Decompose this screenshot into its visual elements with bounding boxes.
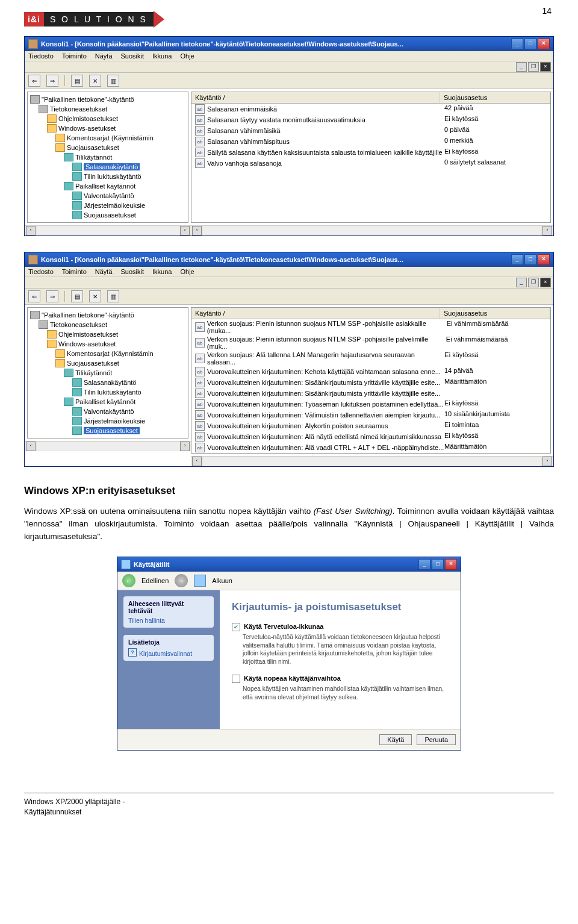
fast-switch-checkbox[interactable] (232, 675, 240, 683)
scroll-left-icon[interactable]: ‹ (192, 226, 202, 236)
tree-node[interactable]: Suojausasetukset (30, 143, 187, 152)
policy-row[interactable]: abVuorovaikutteinen kirjautuminen: Älä n… (191, 431, 550, 442)
mdi-close-button[interactable]: × (540, 278, 551, 287)
tree-node[interactable]: Valvontakäytäntö (30, 191, 187, 201)
col-setting-head[interactable]: Suojausasetus (440, 308, 550, 319)
home-label[interactable]: Alkuun (212, 577, 232, 584)
delete-icon[interactable]: ✕ (89, 75, 101, 87)
properties-icon[interactable]: ▥ (107, 290, 119, 302)
policy-row[interactable]: abSalasanan enimmäisikä42 päivää (191, 104, 550, 114)
tree-node[interactable]: "Paikallinen tietokone"-käytäntö (30, 310, 187, 320)
tree-node[interactable]: Valvontakäytäntö (30, 407, 187, 416)
tree-node[interactable]: Windows-asetukset (30, 339, 187, 349)
properties-icon[interactable]: ▥ (107, 75, 119, 87)
cancel-button[interactable]: Peruuta (417, 734, 456, 745)
tree-node[interactable]: Windows-asetukset (30, 123, 187, 133)
maximize-button[interactable]: □ (432, 559, 444, 570)
sidebox-link[interactable]: Kirjautumisvalinnat (139, 650, 192, 657)
scroll-track[interactable] (37, 226, 179, 235)
menu-file[interactable]: Tiedosto (28, 52, 54, 60)
maximize-button[interactable]: □ (524, 39, 536, 49)
close-button[interactable]: × (538, 39, 550, 49)
tree-node[interactable]: Komentosarjat (Käynnistämin (30, 133, 187, 143)
policy-row[interactable]: abVuorovaikutteinen kirjautuminen: Sisää… (191, 377, 550, 388)
tree-node[interactable]: Suojausasetukset (30, 358, 187, 368)
policy-row[interactable]: abVerkon suojaus: Pienin istunnon suojau… (191, 335, 550, 351)
minimize-button[interactable]: _ (418, 559, 430, 570)
scroll-right-icon[interactable]: › (542, 226, 552, 236)
scroll-right-icon[interactable]: › (542, 457, 552, 466)
scroll-track[interactable] (203, 226, 541, 235)
welcome-screen-checkbox[interactable]: ✔ (232, 623, 240, 631)
menu-window[interactable]: Ikkuna (152, 268, 172, 275)
list-view-icon[interactable]: ▤ (71, 75, 83, 87)
home-icon[interactable] (194, 575, 206, 587)
mdi-minimize-button[interactable]: _ (516, 62, 527, 72)
tree-node[interactable]: Tilikäytännöt (30, 368, 187, 378)
menu-action[interactable]: Toiminto (62, 268, 87, 275)
tree-node[interactable]: Komentosarjat (Käynnistämin (30, 349, 187, 358)
menu-window[interactable]: Ikkuna (152, 52, 172, 60)
minimize-button[interactable]: _ (511, 254, 523, 265)
policy-row[interactable]: abVuorovaikutteinen kirjautuminen: Sisää… (191, 388, 550, 399)
tree-node[interactable]: Ohjelmistoasetukset (30, 114, 187, 123)
close-button[interactable]: × (445, 559, 457, 570)
policy-row[interactable]: abSäilytä salasana käyttäen kaksisuuntai… (191, 147, 550, 158)
back-icon[interactable]: ⇐ (28, 75, 40, 87)
tree-node[interactable]: Tilikäytännöt (30, 152, 187, 162)
scroll-right-icon[interactable]: › (180, 226, 190, 236)
list-view-icon[interactable]: ▤ (71, 290, 83, 302)
policy-row[interactable]: abVuorovaikutteinen kirjautuminen: Kehot… (191, 366, 550, 377)
tree-node[interactable]: Paikalliset käytännöt (30, 397, 187, 407)
mdi-minimize-button[interactable]: _ (516, 278, 527, 287)
titlebar[interactable]: Konsoli1 - [Konsolin pääkansio\"Paikalli… (25, 252, 553, 267)
menu-favorites[interactable]: Suosikit (121, 52, 144, 60)
col-setting-head[interactable]: Suojausasetus (440, 92, 550, 103)
policy-row[interactable]: abSalasanan vähimmäispituus0 merkkiä (191, 136, 550, 147)
tree-node[interactable]: Tietokoneasetukset (30, 104, 187, 114)
tree-node[interactable]: Järjestelmäoikeuksie (30, 201, 187, 210)
policy-row[interactable]: abVerkon suojaus: Älä tallenna LAN Manag… (191, 351, 550, 366)
scroll-right-icon[interactable]: › (180, 442, 190, 451)
menu-action[interactable]: Toiminto (62, 52, 87, 60)
forward-icon[interactable]: ⇒ (46, 290, 58, 302)
col-policy-head[interactable]: Käytäntö / (191, 308, 440, 319)
tree-node[interactable]: Salasanakäytäntö (30, 378, 187, 387)
maximize-button[interactable]: □ (524, 254, 536, 265)
policy-row[interactable]: abSalasanan täytyy vastata monimutkaisuu… (191, 114, 550, 125)
tree-node[interactable]: Suojausasetukset (30, 426, 187, 435)
menu-help[interactable]: Ohje (180, 52, 194, 60)
scroll-left-icon[interactable]: ‹ (26, 226, 36, 236)
tree-node[interactable]: Ohjelmistoasetukset (30, 329, 187, 339)
mdi-restore-button[interactable]: ❐ (528, 278, 539, 287)
policy-row[interactable]: abVerkon suojaus: Pienin istunnon suojau… (191, 319, 550, 335)
back-label[interactable]: Edellinen (141, 577, 169, 584)
back-button-icon[interactable]: ← (122, 574, 135, 587)
titlebar[interactable]: Käyttäjätilit _ □ × (117, 557, 461, 572)
col-policy-head[interactable]: Käytäntö / (191, 92, 440, 103)
tree-node[interactable]: Tietokoneasetukset (30, 320, 187, 329)
policy-tree[interactable]: "Paikallinen tietokone"-käytäntöTietokon… (27, 92, 188, 223)
menu-view[interactable]: Näytä (95, 52, 113, 60)
tree-node[interactable]: Suojausasetukset (30, 210, 187, 220)
scroll-left-icon[interactable]: ‹ (192, 457, 202, 466)
tree-node[interactable]: Salasanakäytäntö (30, 162, 187, 172)
back-icon[interactable]: ⇐ (28, 290, 40, 302)
titlebar[interactable]: Konsoli1 - [Konsolin pääkansio\"Paikalli… (25, 37, 553, 51)
policy-row[interactable]: abVuorovaikutteinen kirjautuminen: Älyko… (191, 420, 550, 431)
tree-node[interactable]: "Paikallinen tietokone"-käytäntö (30, 95, 187, 104)
close-button[interactable]: × (538, 254, 550, 265)
menu-help[interactable]: Ohje (180, 268, 194, 275)
scroll-track[interactable] (37, 442, 179, 451)
policy-row[interactable]: abValvo vanhoja salasanoja0 säilytetyt s… (191, 158, 550, 169)
tree-node[interactable]: Tilin lukituskäytäntö (30, 172, 187, 181)
tree-node[interactable]: Tilin lukituskäytäntö (30, 387, 187, 397)
tree-node[interactable]: Paikalliset käytännöt (30, 181, 187, 191)
menu-file[interactable]: Tiedosto (28, 268, 54, 275)
policy-row[interactable]: abVuorovaikutteinen kirjautuminen: Välim… (191, 410, 550, 420)
tree-node[interactable]: Järjestelmäoikeuksie (30, 416, 187, 426)
menu-view[interactable]: Näytä (95, 268, 113, 275)
menu-favorites[interactable]: Suosikit (121, 268, 144, 275)
minimize-button[interactable]: _ (511, 39, 523, 49)
policy-row[interactable]: abVuorovaikutteinen kirjautuminen: Älä v… (191, 442, 550, 453)
